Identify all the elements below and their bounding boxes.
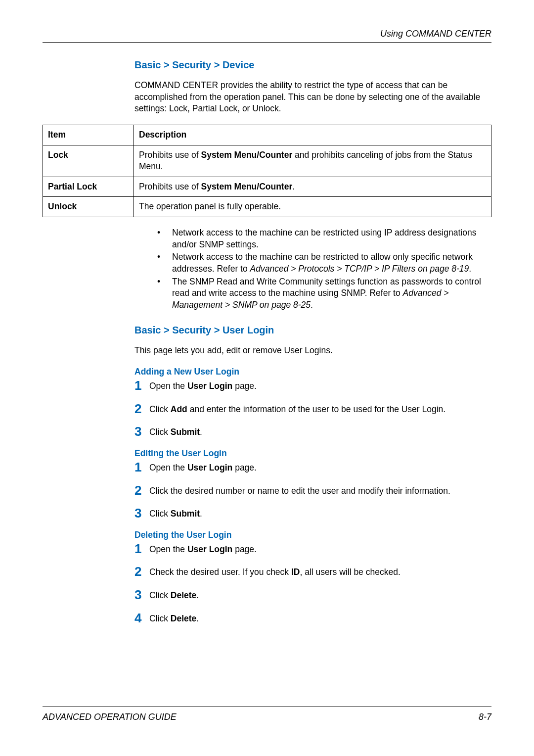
step: 1 Open the User Login page.	[134, 542, 491, 556]
page-footer: ADVANCED OPERATION GUIDE 8-7	[43, 707, 491, 722]
page-header: Using COMMAND CENTER	[43, 29, 491, 43]
step-text: Click Delete.	[149, 588, 199, 602]
step-text: Click Submit.	[149, 425, 202, 438]
bullet-icon: •	[153, 227, 172, 250]
heading-user-login: Basic > Security > User Login	[134, 325, 491, 336]
step-text: Click Add and enter the information of t…	[149, 402, 445, 416]
table-row: Lock Prohibits use of System Menu/Counte…	[43, 145, 491, 177]
step: 2 Click Add and enter the information of…	[134, 402, 491, 416]
step-text: Click Submit.	[149, 507, 202, 520]
table-header-row: Item Description	[43, 125, 491, 145]
bullet-text: The SNMP Read and Write Community settin…	[172, 276, 491, 311]
intro-device: COMMAND CENTER provides the ability to r…	[134, 80, 491, 115]
step-text: Open the User Login page.	[149, 379, 257, 392]
step: 1 Open the User Login page.	[134, 461, 491, 474]
bullet-text: Network access to the machine can be res…	[172, 251, 491, 275]
step: 4 Click Delete.	[134, 612, 491, 625]
list-item: • The SNMP Read and Write Community sett…	[153, 276, 491, 311]
table-header-item: Item	[43, 125, 134, 145]
subheading-editing: Editing the User Login	[134, 448, 491, 459]
step-text: Check the desired user. If you check ID,…	[149, 565, 400, 578]
step: 2 Check the desired user. If you check I…	[134, 565, 491, 578]
table-header-description: Description	[134, 125, 491, 145]
cell-item: Partial Lock	[43, 177, 134, 197]
bullet-icon: •	[153, 276, 172, 311]
step: 2 Click the desired number or name to ed…	[134, 484, 491, 497]
footer-left: ADVANCED OPERATION GUIDE	[43, 712, 177, 722]
step-text: Open the User Login page.	[149, 461, 257, 474]
step-number: 3	[134, 425, 149, 438]
step-number: 4	[134, 612, 149, 624]
cell-description: The operation panel is fully operable.	[134, 197, 491, 217]
heading-device: Basic > Security > Device	[134, 59, 491, 71]
footer-page-number: 8-7	[479, 712, 491, 722]
step-number: 3	[134, 588, 149, 601]
step-number: 1	[134, 379, 149, 392]
table-row: Partial Lock Prohibits use of System Men…	[43, 177, 491, 197]
settings-table: Item Description Lock Prohibits use of S…	[43, 125, 491, 217]
table-row: Unlock The operation panel is fully oper…	[43, 197, 491, 217]
step-text: Open the User Login page.	[149, 542, 257, 556]
bullet-text: Network access to the machine can be res…	[172, 227, 491, 250]
step: 3 Click Submit.	[134, 425, 491, 438]
list-item: • Network access to the machine can be r…	[153, 227, 491, 250]
step: 3 Click Delete.	[134, 588, 491, 602]
bullet-icon: •	[153, 251, 172, 275]
subheading-adding: Adding a New User Login	[134, 367, 491, 377]
step-text: Click Delete.	[149, 612, 199, 625]
cell-description: Prohibits use of System Menu/Counter.	[134, 177, 491, 197]
cell-description: Prohibits use of System Menu/Counter and…	[134, 145, 491, 177]
cell-item: Lock	[43, 145, 134, 177]
step: 1 Open the User Login page.	[134, 379, 491, 392]
step-text: Click the desired number or name to edit…	[149, 484, 450, 497]
list-item: • Network access to the machine can be r…	[153, 251, 491, 275]
step-number: 2	[134, 565, 149, 578]
step-number: 2	[134, 484, 149, 497]
subheading-deleting: Deleting the User Login	[134, 530, 491, 540]
step-number: 1	[134, 542, 149, 555]
notes-list: • Network access to the machine can be r…	[153, 227, 491, 311]
step-number: 1	[134, 461, 149, 473]
step-number: 2	[134, 402, 149, 415]
step-number: 3	[134, 507, 149, 520]
cell-item: Unlock	[43, 197, 134, 217]
step: 3 Click Submit.	[134, 507, 491, 520]
intro-user-login: This page lets you add, edit or remove U…	[134, 345, 491, 357]
